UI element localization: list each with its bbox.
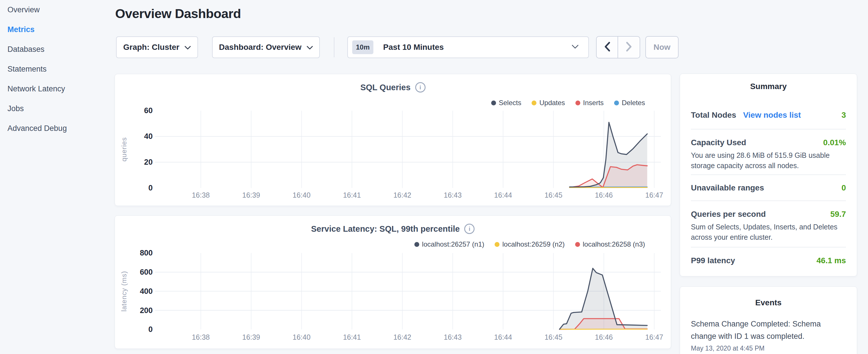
sidebar-item-advanced-debug[interactable]: Advanced Debug — [7, 119, 112, 138]
svg-text:16:46: 16:46 — [595, 191, 613, 199]
summary-value: 0 — [841, 183, 846, 192]
summary-value: 3 — [841, 110, 846, 120]
time-step-buttons — [596, 36, 640, 58]
svg-text:16:44: 16:44 — [494, 191, 512, 199]
svg-text:16:42: 16:42 — [394, 333, 411, 341]
summary-row-total-nodes: Total Nodes View nodes list 3 — [691, 110, 846, 120]
summary-label: Queries per second — [691, 210, 766, 219]
svg-text:400: 400 — [140, 287, 153, 296]
sidebar-item-statements[interactable]: Statements — [7, 59, 112, 79]
controls-divider — [334, 37, 334, 57]
svg-text:20: 20 — [144, 158, 153, 166]
summary-row-unavailable-ranges: Unavailable ranges 0 — [691, 183, 846, 192]
svg-text:16:44: 16:44 — [494, 333, 512, 341]
page-title: Overview Dashboard — [115, 6, 241, 21]
summary-description: You are using 28.6 MiB of 515.9 GiB usab… — [691, 150, 846, 171]
sql-queries-chart: 16:3816:3916:4016:4116:4216:4316:4416:45… — [115, 74, 671, 206]
dashboard-dropdown-label: Dashboard: Overview — [219, 43, 302, 52]
time-back-button[interactable] — [597, 37, 618, 58]
sidebar-item-jobs[interactable]: Jobs — [7, 99, 112, 119]
summary-value: 46.1 ms — [816, 256, 846, 265]
sidebar-item-overview[interactable]: Overview — [7, 0, 112, 20]
divider — [691, 174, 846, 175]
view-nodes-list-link[interactable]: View nodes list — [743, 110, 801, 120]
time-range-picker[interactable]: 10m Past 10 Minutes — [347, 36, 589, 58]
event-timestamp: May 13, 2020 at 4:45 PM — [691, 345, 846, 352]
event-message: Schema Change Completed: Schema change w… — [691, 318, 846, 343]
svg-text:16:38: 16:38 — [192, 333, 210, 341]
svg-text:40: 40 — [144, 132, 153, 141]
svg-text:16:41: 16:41 — [343, 333, 361, 341]
chevron-down-icon — [307, 43, 313, 52]
summary-panel: Summary Total Nodes View nodes list 3 Ca… — [680, 74, 857, 277]
summary-description: Sum of Selects, Updates, Inserts, and De… — [691, 222, 846, 242]
now-button[interactable]: Now — [645, 36, 679, 58]
events-panel: Events Schema Change Completed: Schema c… — [680, 286, 857, 354]
svg-text:16:45: 16:45 — [545, 333, 562, 341]
graph-dropdown[interactable]: Graph: Cluster — [116, 36, 198, 58]
summary-label: Capacity Used — [691, 138, 746, 147]
app-root: Overview Metrics Databases Statements Ne… — [0, 0, 868, 354]
svg-text:16:41: 16:41 — [343, 191, 361, 199]
svg-text:16:40: 16:40 — [292, 333, 310, 341]
summary-row-queries-per-second: Queries per second 59.7 — [691, 210, 846, 219]
svg-text:16:46: 16:46 — [595, 333, 613, 341]
summary-row-p99-latency: P99 latency 46.1 ms — [691, 256, 846, 265]
chevron-right-icon — [626, 41, 632, 53]
events-title: Events — [691, 298, 846, 307]
svg-text:latency (ms): latency (ms) — [120, 271, 128, 312]
sidebar-item-network-latency[interactable]: Network Latency — [7, 79, 112, 99]
divider — [691, 200, 846, 201]
time-range-label: Past 10 Minutes — [383, 43, 572, 52]
divider — [691, 247, 846, 248]
svg-text:16:38: 16:38 — [192, 191, 210, 199]
chevron-left-icon — [604, 41, 611, 53]
summary-row-capacity-used: Capacity Used 0.01% — [691, 138, 846, 147]
svg-text:16:47: 16:47 — [645, 191, 663, 199]
summary-value: 59.7 — [831, 210, 846, 219]
svg-text:600: 600 — [140, 268, 153, 277]
sidebar-item-metrics[interactable]: Metrics — [7, 20, 112, 39]
svg-text:16:39: 16:39 — [242, 191, 260, 199]
svg-text:16:43: 16:43 — [444, 333, 462, 341]
svg-text:queries: queries — [120, 137, 128, 162]
graph-dropdown-label: Graph: Cluster — [123, 43, 179, 52]
divider — [691, 129, 846, 129]
time-forward-button[interactable] — [618, 37, 640, 58]
summary-label: P99 latency — [691, 256, 735, 265]
chevron-down-icon — [572, 45, 579, 50]
chevron-down-icon — [185, 43, 191, 52]
service-latency-chart: 16:3816:3916:4016:4116:4216:4316:4416:45… — [115, 216, 671, 349]
time-range-badge: 10m — [352, 40, 373, 54]
sidebar: Overview Metrics Databases Statements Ne… — [0, 0, 112, 354]
summary-label: Unavailable ranges — [691, 183, 764, 192]
sql-queries-panel: SQL Queries i SelectsUpdatesInsertsDelet… — [115, 74, 671, 206]
svg-text:200: 200 — [140, 306, 153, 315]
svg-text:0: 0 — [149, 325, 153, 334]
service-latency-panel: Service Latency: SQL, 99th percentile i … — [115, 215, 671, 349]
summary-title: Summary — [691, 82, 846, 91]
svg-text:16:42: 16:42 — [394, 191, 411, 199]
sidebar-item-databases[interactable]: Databases — [7, 39, 112, 59]
summary-value: 0.01% — [823, 138, 846, 147]
svg-text:800: 800 — [140, 249, 153, 257]
svg-text:16:47: 16:47 — [645, 333, 663, 341]
svg-text:0: 0 — [149, 184, 153, 192]
summary-label: Total Nodes — [691, 110, 736, 120]
svg-text:16:45: 16:45 — [545, 191, 562, 199]
svg-text:16:40: 16:40 — [292, 191, 310, 199]
svg-text:16:43: 16:43 — [444, 191, 462, 199]
svg-text:16:39: 16:39 — [242, 333, 260, 341]
svg-text:60: 60 — [144, 106, 153, 115]
dashboard-dropdown[interactable]: Dashboard: Overview — [212, 36, 320, 58]
